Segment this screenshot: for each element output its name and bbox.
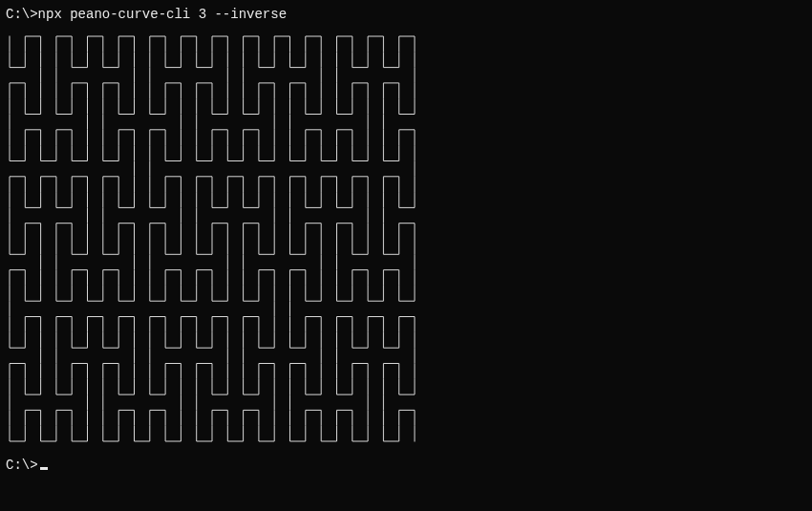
prompt-line-2: C:\> <box>6 458 38 473</box>
prompt-symbol-2: C:\> <box>6 458 38 473</box>
cursor <box>40 467 48 470</box>
terminal-prompt-2[interactable]: C:\> <box>0 451 812 479</box>
prompt-line-1: C:\>npx peano-curve-cli 3 --inverse <box>6 7 287 22</box>
peano-curve-output <box>0 29 812 451</box>
peano-curve-path <box>10 36 415 441</box>
command-text: npx peano-curve-cli 3 --inverse <box>38 7 287 22</box>
terminal[interactable]: C:\>npx peano-curve-cli 3 --inverse <box>0 0 812 29</box>
peano-curve-svg <box>6 32 418 445</box>
prompt-symbol: C:\> <box>6 7 38 22</box>
